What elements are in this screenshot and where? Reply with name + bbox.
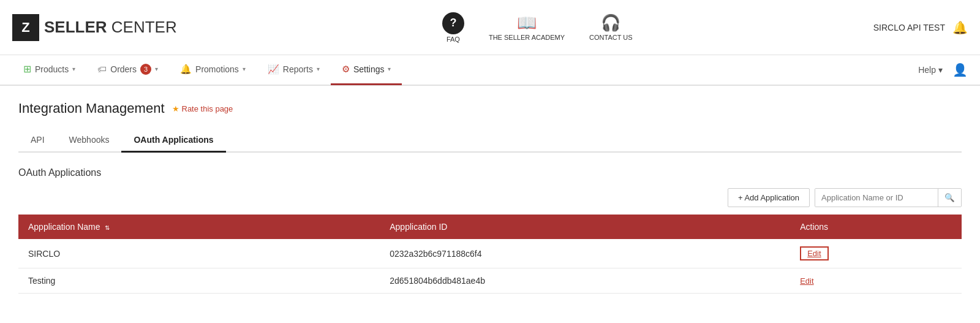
rate-label: Rate this page (182, 104, 233, 113)
col-name-label: Appplication Name (28, 222, 100, 232)
logo-box: Z (12, 14, 39, 41)
user-name: SIRCLO API TEST (873, 23, 945, 32)
logo-letter: Z (21, 20, 29, 36)
academy-label: THE SELLER ACADEMY (489, 34, 565, 41)
toolbar: + Add Application 🔍 (18, 188, 962, 207)
nav-label-products: Products (35, 64, 69, 74)
cell-app-name: Testing (18, 268, 380, 294)
page-title-row: Integration Management ★ Rate this page (18, 101, 962, 116)
chevron-down-icon: ▾ (938, 65, 943, 75)
nav-label-promotions: Promotions (195, 64, 239, 74)
settings-icon: ⚙ (342, 64, 350, 75)
table-row: SIRCLO0232a32b6c971188c6f4Edit (18, 239, 962, 268)
tab-bar: API Webhooks OAuth Applications (18, 129, 962, 153)
cell-actions: Edit (790, 268, 962, 294)
contact-icon: 🎧 (601, 13, 620, 32)
faq-link[interactable]: ? FAQ (442, 12, 464, 43)
tab-api-label: API (31, 135, 45, 145)
faq-icon: ? (442, 12, 464, 34)
nav-item-settings[interactable]: ⚙ Settings ▾ (331, 55, 402, 85)
chevron-down-icon: ▾ (72, 66, 75, 72)
sort-icon: ⇅ (105, 224, 110, 231)
page-title: Integration Management (18, 101, 165, 116)
orders-badge: 3 (140, 64, 151, 75)
top-links: ? FAQ 📖 THE SELLER ACADEMY 🎧 CONTACT US (202, 12, 873, 43)
cell-app-id: 0232a32b6c971188c6f4 (380, 239, 790, 268)
cell-actions: Edit (790, 239, 962, 268)
col-actions-label: Actions (800, 222, 828, 232)
faq-label: FAQ (447, 36, 460, 43)
tab-webhooks-label: Webhooks (69, 135, 110, 145)
products-icon: ⊞ (23, 63, 31, 75)
academy-icon: 📖 (517, 13, 537, 32)
notification-bell-icon[interactable]: 🔔 (952, 20, 968, 35)
top-right: SIRCLO API TEST 🔔 (873, 20, 968, 35)
top-bar: Z SELLER CENTER ? FAQ 📖 THE SELLER ACADE… (0, 0, 980, 55)
main-content: Integration Management ★ Rate this page … (0, 86, 980, 308)
col-appid-label: Appplication ID (390, 222, 447, 232)
orders-icon: 🏷 (97, 64, 107, 74)
search-button[interactable]: 🔍 (938, 189, 961, 207)
contact-link[interactable]: 🎧 CONTACT US (589, 13, 633, 41)
nav-item-orders[interactable]: 🏷 Orders 3 ▾ (86, 55, 169, 85)
nav-label-orders: Orders (110, 64, 137, 74)
help-label: Help (918, 65, 936, 75)
chevron-down-icon: ▾ (155, 66, 158, 72)
search-input[interactable] (815, 189, 938, 207)
promotions-icon: 🔔 (180, 64, 192, 75)
edit-link[interactable]: Edit (800, 246, 828, 260)
chevron-down-icon: ▾ (317, 66, 320, 72)
cell-app-name: SIRCLO (18, 239, 380, 268)
oauth-applications-table: Appplication Name ⇅ Appplication ID Acti… (18, 215, 962, 294)
academy-link[interactable]: 📖 THE SELLER ACADEMY (489, 13, 565, 41)
nav-bar: ⊞ Products ▾ 🏷 Orders 3 ▾ 🔔 Promotions ▾… (0, 55, 980, 86)
col-header-appid: Appplication ID (380, 215, 790, 239)
logo-area[interactable]: Z SELLER CENTER (12, 14, 177, 41)
star-icon: ★ (172, 104, 179, 113)
add-application-button[interactable]: + Add Application (728, 188, 810, 207)
nav-label-settings: Settings (353, 64, 385, 74)
logo-brand: SELLER (44, 18, 107, 36)
chevron-down-icon: ▾ (243, 66, 246, 72)
nav-label-reports: Reports (283, 64, 313, 74)
table-body: SIRCLO0232a32b6c971188c6f4EditTesting2d6… (18, 239, 962, 294)
tab-webhooks[interactable]: Webhooks (57, 129, 122, 153)
tab-oauth-label: OAuth Applications (134, 135, 213, 145)
contact-label: CONTACT US (589, 34, 633, 41)
nav-item-reports[interactable]: 📈 Reports ▾ (257, 55, 331, 85)
col-header-name: Appplication Name ⇅ (18, 215, 380, 239)
tab-api[interactable]: API (18, 129, 57, 153)
nav-item-promotions[interactable]: 🔔 Promotions ▾ (169, 55, 257, 85)
user-profile-icon[interactable]: 👤 (952, 63, 968, 77)
table-header: Appplication Name ⇅ Appplication ID Acti… (18, 215, 962, 239)
table-row: Testing2d651804b6ddb481ae4bEdit (18, 268, 962, 294)
reports-icon: 📈 (268, 64, 279, 75)
col-header-actions: Actions (790, 215, 962, 239)
logo-text: SELLER CENTER (44, 18, 177, 37)
edit-link[interactable]: Edit (800, 276, 813, 286)
search-box: 🔍 (815, 188, 962, 207)
nav-item-products[interactable]: ⊞ Products ▾ (12, 55, 86, 85)
help-button[interactable]: Help ▾ (918, 65, 943, 75)
tab-oauth[interactable]: OAuth Applications (121, 129, 225, 153)
section-title: OAuth Applications (18, 167, 962, 178)
nav-right: Help ▾ 👤 (918, 63, 968, 77)
cell-app-id: 2d651804b6ddb481ae4b (380, 268, 790, 294)
logo-suffix: CENTER (107, 18, 177, 36)
rate-this-page-link[interactable]: ★ Rate this page (172, 104, 233, 113)
chevron-down-icon: ▾ (388, 66, 391, 72)
